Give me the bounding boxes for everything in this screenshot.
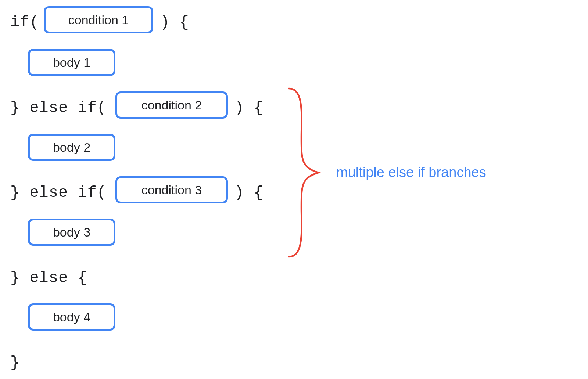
pill-label: condition 1 — [68, 13, 129, 27]
code-elseif-close-1: ) { — [234, 99, 263, 117]
pill-label: body 1 — [53, 55, 90, 70]
code-if-open: if( — [10, 14, 39, 31]
pill-label: condition 2 — [141, 98, 202, 112]
pill-body-3: body 3 — [28, 219, 115, 246]
code-elseif-close-2: ) { — [234, 184, 263, 202]
pill-body-2: body 2 — [28, 134, 115, 161]
pill-label: condition 3 — [141, 183, 202, 197]
diagram-stage: if( condition 1 ) { body 1 } else if( co… — [0, 0, 588, 379]
code-elseif-open-1: } else if( — [10, 99, 107, 117]
pill-condition-2: condition 2 — [115, 91, 228, 119]
pill-condition-3: condition 3 — [115, 176, 228, 203]
code-elseif-open-2: } else if( — [10, 184, 107, 202]
code-else-open: } else { — [10, 269, 87, 287]
code-if-close: ) { — [160, 14, 189, 31]
pill-body-1: body 1 — [28, 49, 115, 76]
pill-body-4: body 4 — [28, 303, 115, 331]
code-close-brace: } — [10, 354, 20, 372]
pill-label: body 2 — [53, 140, 90, 155]
pill-label: body 4 — [53, 310, 90, 324]
pill-label: body 3 — [53, 225, 90, 239]
pill-condition-1: condition 1 — [44, 6, 153, 33]
annotation-label: multiple else if branches — [336, 165, 486, 180]
brace-icon — [287, 86, 331, 259]
